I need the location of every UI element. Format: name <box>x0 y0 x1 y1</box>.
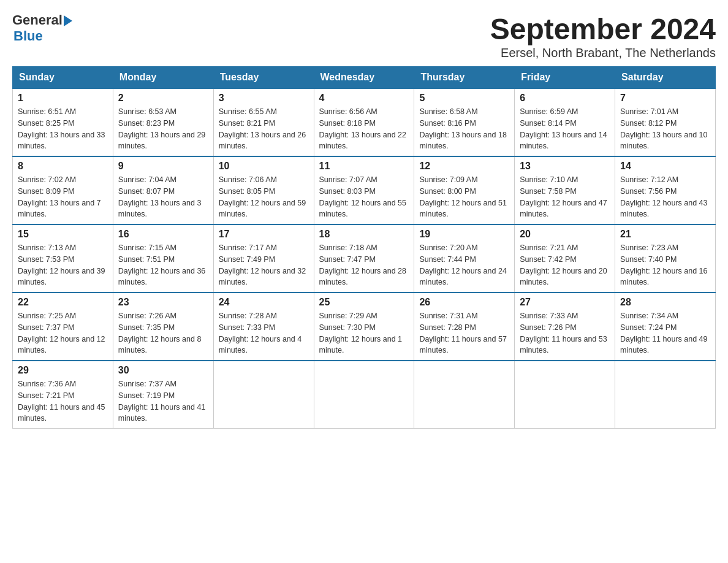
day-info: Sunrise: 7:01 AMSunset: 8:12 PMDaylight:… <box>620 106 710 152</box>
day-info: Sunrise: 7:06 AMSunset: 8:05 PMDaylight:… <box>219 174 309 220</box>
day-info: Sunrise: 7:07 AMSunset: 8:03 PMDaylight:… <box>319 174 409 220</box>
calendar-cell: 3Sunrise: 6:55 AMSunset: 8:21 PMDaylight… <box>213 88 314 156</box>
calendar-week-row: 29Sunrise: 7:36 AMSunset: 7:21 PMDayligh… <box>13 361 716 429</box>
day-number: 27 <box>520 297 610 308</box>
calendar-table: SundayMondayTuesdayWednesdayThursdayFrid… <box>12 66 716 429</box>
day-number: 11 <box>319 161 409 172</box>
calendar-cell: 25Sunrise: 7:29 AMSunset: 7:30 PMDayligh… <box>314 293 414 361</box>
calendar-cell: 24Sunrise: 7:28 AMSunset: 7:33 PMDayligh… <box>213 293 314 361</box>
calendar-week-row: 8Sunrise: 7:02 AMSunset: 8:09 PMDaylight… <box>13 156 716 224</box>
day-number: 6 <box>520 93 610 104</box>
calendar-cell: 7Sunrise: 7:01 AMSunset: 8:12 PMDaylight… <box>615 88 716 156</box>
day-info: Sunrise: 7:17 AMSunset: 7:49 PMDaylight:… <box>219 242 309 288</box>
column-header-sunday: Sunday <box>13 67 113 89</box>
calendar-cell: 18Sunrise: 7:18 AMSunset: 7:47 PMDayligh… <box>314 224 414 293</box>
column-header-tuesday: Tuesday <box>213 67 314 89</box>
day-number: 14 <box>620 161 710 172</box>
calendar-cell <box>314 361 414 429</box>
day-number: 7 <box>620 93 710 104</box>
calendar-cell: 10Sunrise: 7:06 AMSunset: 8:05 PMDayligh… <box>213 156 314 224</box>
day-info: Sunrise: 7:28 AMSunset: 7:33 PMDaylight:… <box>219 310 309 356</box>
calendar-cell: 12Sunrise: 7:09 AMSunset: 8:00 PMDayligh… <box>414 156 515 224</box>
calendar-cell <box>414 361 515 429</box>
calendar-cell: 2Sunrise: 6:53 AMSunset: 8:23 PMDaylight… <box>113 88 213 156</box>
day-number: 15 <box>18 229 108 240</box>
day-info: Sunrise: 7:29 AMSunset: 7:30 PMDaylight:… <box>319 310 409 356</box>
calendar-cell: 11Sunrise: 7:07 AMSunset: 8:03 PMDayligh… <box>314 156 414 224</box>
day-number: 29 <box>18 365 108 376</box>
column-header-wednesday: Wednesday <box>314 67 414 89</box>
day-number: 21 <box>620 229 710 240</box>
logo-blue: Blue <box>13 28 43 44</box>
calendar-cell <box>213 361 314 429</box>
calendar-week-row: 15Sunrise: 7:13 AMSunset: 7:53 PMDayligh… <box>13 224 716 293</box>
day-info: Sunrise: 6:59 AMSunset: 8:14 PMDaylight:… <box>520 106 610 152</box>
day-number: 9 <box>118 161 208 172</box>
day-info: Sunrise: 7:21 AMSunset: 7:42 PMDaylight:… <box>520 242 610 288</box>
column-header-saturday: Saturday <box>615 67 716 89</box>
calendar-header-row: SundayMondayTuesdayWednesdayThursdayFrid… <box>13 67 716 89</box>
day-info: Sunrise: 6:53 AMSunset: 8:23 PMDaylight:… <box>118 106 208 152</box>
calendar-cell <box>615 361 716 429</box>
calendar-cell: 16Sunrise: 7:15 AMSunset: 7:51 PMDayligh… <box>113 224 213 293</box>
calendar-cell: 9Sunrise: 7:04 AMSunset: 8:07 PMDaylight… <box>113 156 213 224</box>
day-info: Sunrise: 7:02 AMSunset: 8:09 PMDaylight:… <box>18 174 108 220</box>
day-info: Sunrise: 7:09 AMSunset: 8:00 PMDaylight:… <box>419 174 509 220</box>
day-info: Sunrise: 7:13 AMSunset: 7:53 PMDaylight:… <box>18 242 108 288</box>
calendar-cell: 15Sunrise: 7:13 AMSunset: 7:53 PMDayligh… <box>13 224 113 293</box>
logo-arrow-icon <box>64 15 72 26</box>
day-number: 5 <box>419 93 509 104</box>
day-number: 12 <box>419 161 509 172</box>
page-header: General Blue September 2024 Eersel, Nort… <box>12 12 716 60</box>
calendar-week-row: 1Sunrise: 6:51 AMSunset: 8:25 PMDaylight… <box>13 88 716 156</box>
column-header-monday: Monday <box>113 67 213 89</box>
day-number: 19 <box>419 229 509 240</box>
location-subtitle: Eersel, North Brabant, The Netherlands <box>490 46 716 60</box>
day-info: Sunrise: 6:51 AMSunset: 8:25 PMDaylight:… <box>18 106 108 152</box>
calendar-cell: 1Sunrise: 6:51 AMSunset: 8:25 PMDaylight… <box>13 88 113 156</box>
day-info: Sunrise: 7:26 AMSunset: 7:35 PMDaylight:… <box>118 310 208 356</box>
day-number: 13 <box>520 161 610 172</box>
calendar-cell: 5Sunrise: 6:58 AMSunset: 8:16 PMDaylight… <box>414 88 515 156</box>
calendar-cell: 23Sunrise: 7:26 AMSunset: 7:35 PMDayligh… <box>113 293 213 361</box>
calendar-cell: 30Sunrise: 7:37 AMSunset: 7:19 PMDayligh… <box>113 361 213 429</box>
calendar-cell: 19Sunrise: 7:20 AMSunset: 7:44 PMDayligh… <box>414 224 515 293</box>
calendar-cell <box>515 361 615 429</box>
title-block: September 2024 Eersel, North Brabant, Th… <box>490 12 716 60</box>
day-info: Sunrise: 7:15 AMSunset: 7:51 PMDaylight:… <box>118 242 208 288</box>
calendar-week-row: 22Sunrise: 7:25 AMSunset: 7:37 PMDayligh… <box>13 293 716 361</box>
day-info: Sunrise: 7:20 AMSunset: 7:44 PMDaylight:… <box>419 242 509 288</box>
calendar-cell: 6Sunrise: 6:59 AMSunset: 8:14 PMDaylight… <box>515 88 615 156</box>
calendar-cell: 17Sunrise: 7:17 AMSunset: 7:49 PMDayligh… <box>213 224 314 293</box>
calendar-cell: 26Sunrise: 7:31 AMSunset: 7:28 PMDayligh… <box>414 293 515 361</box>
day-number: 24 <box>219 297 309 308</box>
day-info: Sunrise: 7:37 AMSunset: 7:19 PMDaylight:… <box>118 378 208 424</box>
day-info: Sunrise: 7:10 AMSunset: 7:58 PMDaylight:… <box>520 174 610 220</box>
column-header-thursday: Thursday <box>414 67 515 89</box>
day-number: 1 <box>18 93 108 104</box>
day-info: Sunrise: 7:33 AMSunset: 7:26 PMDaylight:… <box>520 310 610 356</box>
day-number: 16 <box>118 229 208 240</box>
day-number: 23 <box>118 297 208 308</box>
day-info: Sunrise: 7:12 AMSunset: 7:56 PMDaylight:… <box>620 174 710 220</box>
day-number: 3 <box>219 93 309 104</box>
day-info: Sunrise: 7:23 AMSunset: 7:40 PMDaylight:… <box>620 242 710 288</box>
day-info: Sunrise: 6:58 AMSunset: 8:16 PMDaylight:… <box>419 106 509 152</box>
day-info: Sunrise: 7:04 AMSunset: 8:07 PMDaylight:… <box>118 174 208 220</box>
day-info: Sunrise: 7:34 AMSunset: 7:24 PMDaylight:… <box>620 310 710 356</box>
day-number: 20 <box>520 229 610 240</box>
day-number: 4 <box>319 93 409 104</box>
day-info: Sunrise: 7:25 AMSunset: 7:37 PMDaylight:… <box>18 310 108 356</box>
month-year-title: September 2024 <box>490 12 716 46</box>
day-number: 18 <box>319 229 409 240</box>
day-info: Sunrise: 7:31 AMSunset: 7:28 PMDaylight:… <box>419 310 509 356</box>
day-number: 2 <box>118 93 208 104</box>
calendar-cell: 8Sunrise: 7:02 AMSunset: 8:09 PMDaylight… <box>13 156 113 224</box>
calendar-cell: 4Sunrise: 6:56 AMSunset: 8:18 PMDaylight… <box>314 88 414 156</box>
day-number: 10 <box>219 161 309 172</box>
day-number: 17 <box>219 229 309 240</box>
day-number: 28 <box>620 297 710 308</box>
day-number: 26 <box>419 297 509 308</box>
column-header-friday: Friday <box>515 67 615 89</box>
day-info: Sunrise: 7:36 AMSunset: 7:21 PMDaylight:… <box>18 378 108 424</box>
